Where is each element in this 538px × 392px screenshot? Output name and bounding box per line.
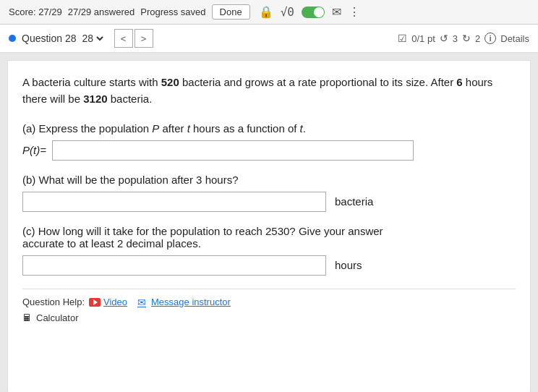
- part-c-label1: (c) How long will it take for the popula…: [22, 225, 516, 237]
- main-content: A bacteria culture starts with 520 bacte…: [7, 60, 531, 392]
- part-c-section: (c) How long will it take for the popula…: [22, 225, 516, 276]
- part-a-section: (a) Express the population P after t hou…: [22, 122, 516, 161]
- sqrt-icon[interactable]: √0: [281, 5, 294, 19]
- part-b-section: (b) What will be the population after 3 …: [22, 174, 516, 212]
- envelope-icon[interactable]: ✉: [332, 5, 341, 19]
- lock-icon[interactable]: 🔒: [259, 5, 273, 19]
- part-a-label: (a) Express the population P after t hou…: [22, 122, 516, 135]
- problem-text1: A bacteria culture starts with: [22, 76, 161, 88]
- retries-count: 3: [453, 33, 458, 44]
- resubmit-icon: ↻: [462, 33, 471, 44]
- problem-text: A bacteria culture starts with 520 bacte…: [22, 74, 516, 108]
- nav-arrows: < >: [114, 29, 153, 48]
- message-label: Message instructor: [151, 297, 231, 307]
- question-label-container: Question 28 28: [9, 32, 106, 45]
- part-b-input-row: bacteria: [22, 192, 516, 212]
- dots-menu-icon[interactable]: ⋮: [349, 5, 360, 19]
- checkbox-icon: ☑: [398, 33, 407, 44]
- part-a-label4: .: [303, 122, 306, 135]
- retry-icon: ↺: [440, 33, 448, 44]
- part-a-input[interactable]: [52, 140, 414, 161]
- video-link[interactable]: Video: [89, 297, 127, 307]
- part-a-input-row: P(t)=: [22, 140, 516, 161]
- part-a-prefix: P(t)=: [22, 144, 46, 156]
- part-b-label: (b) What will be the population after 3 …: [22, 174, 516, 186]
- video-icon: [89, 298, 101, 307]
- nav-bar: Question 28 28 < > ☑ 0/1 pt ↺ 3 ↻ 2 i De…: [0, 25, 538, 53]
- question-dropdown[interactable]: 28: [80, 32, 106, 45]
- part-b-unit: bacteria: [335, 195, 373, 208]
- nav-right-info: ☑ 0/1 pt ↺ 3 ↻ 2 i Details: [398, 33, 529, 44]
- details-link[interactable]: Details: [500, 33, 529, 44]
- part-a-label2: after: [159, 122, 187, 135]
- resubmits-count: 2: [475, 33, 480, 44]
- calculator-icon: 🖩: [22, 312, 32, 323]
- bottom-help: Question Help: Video ✉ Message instructo…: [22, 289, 516, 308]
- part-c-label2: accurate to at least 2 decimal places.: [22, 237, 516, 250]
- part-a-label3: hours as a function of: [190, 122, 300, 135]
- toggle-knob: [314, 7, 324, 17]
- toggle-switch[interactable]: [302, 7, 325, 18]
- top-bar: Score: 27/29 27/29 answered Progress sav…: [0, 0, 538, 25]
- message-icon: ✉: [137, 297, 146, 308]
- calculator-link[interactable]: Calculator: [36, 312, 79, 323]
- part-a-label1: (a) Express the population: [22, 122, 152, 135]
- part-c-unit: hours: [335, 259, 362, 271]
- part-c-input-row: hours: [22, 255, 516, 276]
- bold-6: 6: [456, 76, 462, 88]
- score-display: 0/1 pt: [411, 33, 435, 44]
- message-instructor-link[interactable]: ✉ Message instructor: [137, 297, 231, 308]
- score-info: ☑ 0/1 pt ↺ 3 ↻ 2 i Details: [398, 33, 529, 44]
- question-label: Question 28: [22, 33, 77, 44]
- bold-3120: 3120: [83, 93, 107, 105]
- prev-question-button[interactable]: <: [114, 29, 133, 48]
- video-label: Video: [103, 297, 127, 307]
- done-button[interactable]: Done: [212, 4, 250, 20]
- part-c-label: (c) How long will it take for the popula…: [22, 225, 516, 250]
- help-label: Question Help:: [22, 297, 85, 307]
- score-text: Score: 27/29: [9, 7, 62, 17]
- bold-520: 520: [161, 76, 179, 88]
- part-b-input[interactable]: [22, 192, 326, 212]
- part-c-input[interactable]: [22, 255, 326, 276]
- problem-text4: bacteria.: [108, 93, 153, 105]
- next-question-button[interactable]: >: [134, 29, 153, 48]
- save-label: Progress saved: [140, 7, 205, 17]
- question-dot: [9, 35, 16, 42]
- toolbar-icons: 🔒 √0 ✉ ⋮: [259, 5, 360, 19]
- problem-text2: bacteria and grows at a rate proportiona…: [179, 76, 457, 88]
- calc-row: 🖩 Calculator: [22, 312, 516, 323]
- answered-text: 27/29 answered: [68, 7, 135, 17]
- part-a-italic1: P: [152, 122, 159, 135]
- info-icon[interactable]: i: [484, 33, 496, 44]
